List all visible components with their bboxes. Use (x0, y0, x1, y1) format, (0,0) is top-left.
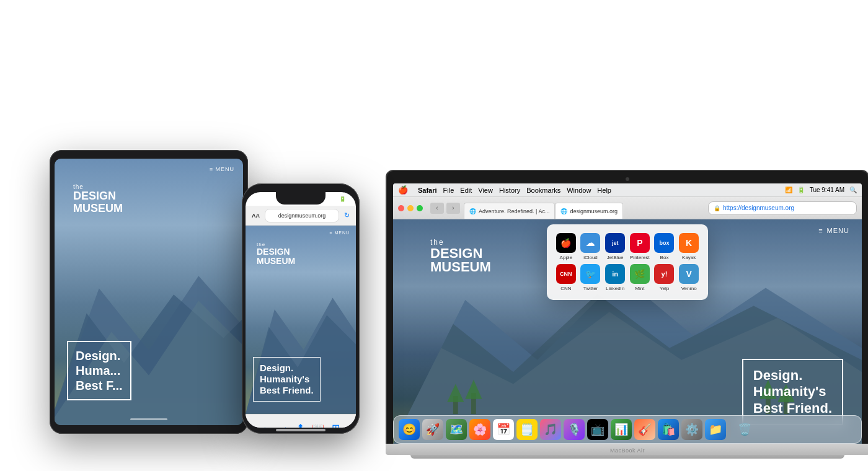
iphone-time: 9:41 (255, 196, 267, 202)
dock-finder[interactable]: 😊 (399, 419, 420, 440)
dock-appstore[interactable]: 🛍️ (658, 419, 679, 440)
back-button[interactable]: ‹ (430, 203, 444, 214)
safari-tab-1[interactable]: 🌐 Adventure. Redefined. | Ac... (464, 203, 555, 219)
iphone-screen: 9:41 ▶▶ 🔋 AA designmuseum.org ↻ (246, 192, 356, 428)
clock: Tue 9:41 AM (810, 187, 844, 193)
favorites-grid: 🍎 Apple ☁ iCloud jet Je (556, 233, 699, 291)
close-button[interactable] (398, 205, 404, 211)
dock-itunes[interactable]: 🎵 (540, 419, 561, 440)
fav-apple[interactable]: 🍎 Apple (556, 233, 577, 260)
macbook-website-logo: the DESIGN MUSEUM (430, 238, 491, 274)
fav-jetblue[interactable]: jet JetBlue (604, 233, 626, 260)
fav-kayak-icon: K (679, 233, 699, 253)
minimize-button[interactable] (407, 205, 414, 211)
menu-history[interactable]: History (499, 187, 520, 194)
hamburger-icon: ≡ (818, 227, 823, 234)
fav-yelp-icon: y! (654, 264, 674, 284)
apple-menu-icon[interactable]: 🍎 (398, 185, 408, 195)
menu-view[interactable]: View (478, 187, 493, 194)
dock-appletv[interactable]: 📺 (587, 419, 608, 440)
menubar-right: 📶 🔋 Tue 9:41 AM 🔍 (785, 187, 857, 193)
dock-maps[interactable]: 🗺️ (446, 419, 467, 440)
iphone-bookmarks-button[interactable]: 📖 (312, 422, 324, 428)
search-icon[interactable]: 🔍 (849, 187, 857, 193)
iphone-logo: the DESIGN MUSEUM (257, 242, 295, 266)
iphone-logo-museum: MUSEUM (257, 257, 295, 266)
iphone-url-text: designmuseum.org (278, 213, 326, 219)
iphone-share-button[interactable]: ⬆ (296, 422, 304, 428)
iphone-address-bar[interactable]: designmuseum.org (265, 209, 339, 222)
dock-calendar[interactable]: 📅 (493, 419, 514, 440)
dock-podcasts[interactable]: 🎙️ (564, 419, 585, 440)
safari-address-bar[interactable]: 🔒 https://designmuseum.org (708, 201, 857, 215)
fav-venmo[interactable]: V Venmo (678, 264, 699, 291)
fav-icloud[interactable]: ☁ iCloud (580, 233, 601, 260)
iphone-body: 9:41 ▶▶ 🔋 AA designmuseum.org ↻ (242, 183, 360, 434)
iphone-bottom-toolbar[interactable]: ← → ⬆ 📖 ⊞ (246, 414, 356, 428)
forward-button[interactable]: › (446, 203, 460, 214)
dock-files[interactable]: 📁 (705, 419, 726, 440)
dock-sysprefs[interactable]: ⚙️ (681, 419, 702, 440)
menu-window[interactable]: Window (567, 187, 591, 194)
fav-linkedin-label: LinkedIn (606, 286, 624, 291)
iphone-forward-button[interactable]: → (279, 423, 289, 428)
website-menu-label: ≡ ≡ MENU MENU (818, 227, 849, 234)
menu-help[interactable]: Help (597, 187, 611, 194)
iphone-aa-button[interactable]: AA (252, 213, 260, 219)
iphone-home-indicator (276, 429, 326, 431)
dock-launchpad[interactable]: 🚀 (422, 419, 443, 440)
iphone-back-button[interactable]: ← (262, 423, 272, 428)
menu-edit[interactable]: Edit (460, 187, 472, 194)
macbook-camera (626, 177, 629, 181)
ipad-logo: the DESIGN MUSEUM (73, 183, 123, 215)
tab-favicon-1: 🌐 (469, 208, 476, 214)
tab-label-2: designmuseum.org (570, 208, 618, 214)
iphone-device: 9:41 ▶▶ 🔋 AA designmuseum.org ↻ (242, 183, 360, 434)
iphone-refresh-button[interactable]: ↻ (344, 211, 350, 219)
fav-icloud-icon: ☁ (580, 233, 600, 253)
fav-twitter-label: Twitter (583, 286, 598, 291)
macbook-screen: 🍎 Safari File Edit View History Bookmark… (393, 183, 862, 444)
safari-tab-2[interactable]: 🌐 designmuseum.org (555, 203, 623, 219)
fav-cnn[interactable]: CNN CNN (556, 264, 577, 291)
fav-box[interactable]: box Box (654, 233, 675, 260)
website-background: 🍎 Apple ☁ iCloud jet Je (393, 219, 862, 444)
fav-linkedin[interactable]: in LinkedIn (604, 264, 626, 291)
menu-safari[interactable]: Safari (418, 187, 437, 194)
fav-apple-icon: 🍎 (556, 233, 576, 253)
battery-icon: 🔋 (797, 187, 805, 193)
macbook-base (386, 444, 868, 455)
fav-yelp[interactable]: y! Yelp (654, 264, 675, 291)
fav-twitter[interactable]: 🐦 Twitter (580, 264, 601, 291)
fav-kayak[interactable]: K Kayak (678, 233, 699, 260)
ipad-menu-label: ≡ MENU (210, 166, 234, 172)
dock-garageband[interactable]: 🎸 (634, 419, 655, 440)
dock-notes[interactable]: 🗒️ (516, 419, 538, 440)
dock-trash[interactable]: 🗑️ (734, 419, 755, 440)
safari-content: 🍎 Apple ☁ iCloud jet Je (393, 219, 862, 444)
fav-box-icon: box (654, 233, 674, 253)
ipad-logo-museum: MUSEUM (73, 203, 123, 215)
fav-mint-icon: 🌿 (630, 264, 650, 284)
iphone-safari-bar[interactable]: AA designmuseum.org ↻ (246, 206, 356, 226)
fav-pinterest-icon: P (630, 233, 650, 253)
iphone-website-content: ≡ MENU the DESIGN MUSEUM Design.Humanity… (246, 226, 356, 414)
dock-photos[interactable]: 🌸 (469, 419, 490, 440)
menu-word: MENU (827, 227, 849, 234)
menu-bookmarks[interactable]: Bookmarks (526, 187, 560, 194)
fav-mint[interactable]: 🌿 Mint (629, 264, 650, 291)
menu-file[interactable]: File (443, 187, 454, 194)
macbook-device: 🍎 Safari File Edit View History Bookmark… (386, 170, 868, 459)
fav-pinterest[interactable]: P Pinterest (629, 233, 650, 260)
ipad-website-bg: ≡ MENU the DESIGN MUSEUM Design.Huma...B… (55, 159, 243, 425)
macbook-logo-design: DESIGN (430, 247, 491, 260)
fav-pinterest-label: Pinterest (630, 255, 650, 260)
fullscreen-button[interactable] (417, 205, 423, 211)
iphone-tabs-button[interactable]: ⊞ (332, 422, 340, 428)
url-text: https://designmuseum.org (723, 205, 794, 211)
tab-favicon-2: 🌐 (560, 208, 567, 214)
fav-jetblue-label: JetBlue (607, 255, 624, 260)
dock-numbers[interactable]: 📊 (611, 419, 632, 440)
safari-tabs: 🌐 Adventure. Redefined. | Ac... 🌐 design… (464, 197, 704, 219)
ipad-nav: ≡ MENU (210, 166, 234, 172)
